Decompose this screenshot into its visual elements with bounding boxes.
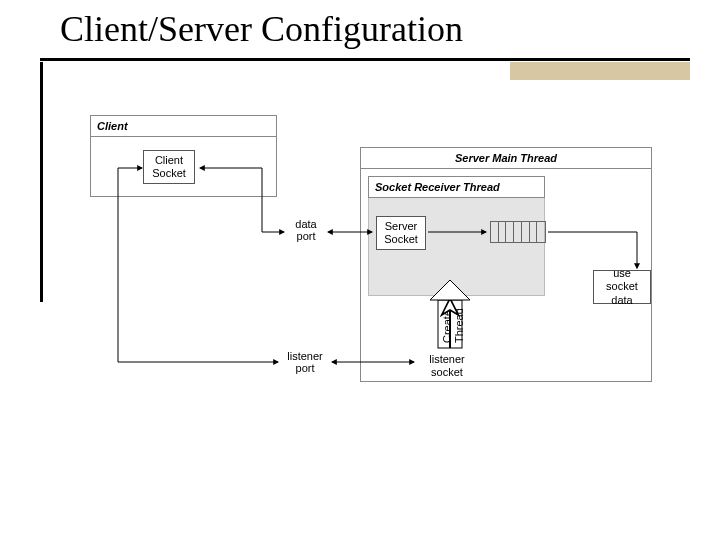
server-main-thread-title: Server Main Thread — [361, 148, 651, 169]
use-socket-data-box: use socket data — [593, 270, 651, 304]
listener-port-label: listener port — [280, 350, 330, 374]
client-thread-title: Client — [91, 116, 276, 137]
socket-receiver-thread-title: Socket Receiver Thread — [368, 176, 545, 198]
accent-bar — [510, 62, 690, 80]
left-vertical-rule — [40, 62, 43, 302]
client-socket-box: Client Socket — [143, 150, 195, 184]
server-socket-box: Server Socket — [376, 216, 426, 250]
data-port-label: data port — [286, 218, 326, 242]
slide-title: Client/Server Configuration — [60, 8, 463, 50]
title-underline — [40, 58, 690, 61]
socket-queue — [490, 221, 546, 243]
create-thread-label: Create Thread — [441, 304, 465, 348]
listener-socket-box: listener socket — [418, 352, 476, 380]
arrow-client-to-listenerport — [118, 168, 278, 362]
